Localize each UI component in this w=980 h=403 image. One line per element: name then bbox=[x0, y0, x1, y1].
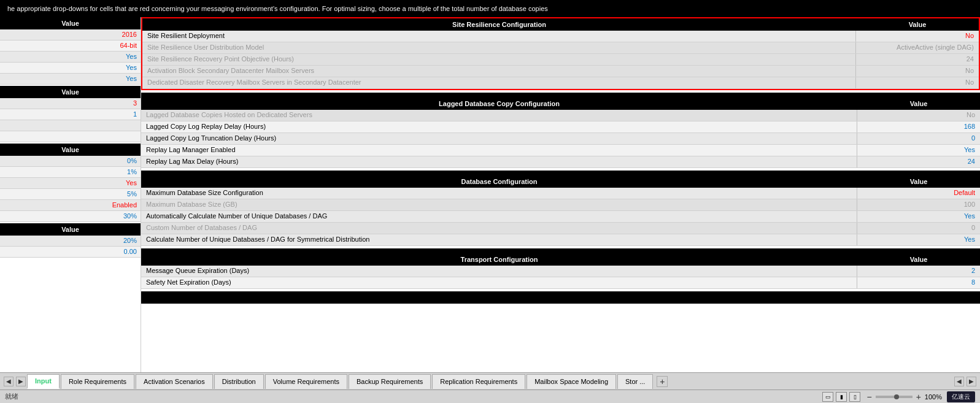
gap-3 bbox=[141, 248, 980, 253]
gap-4 bbox=[141, 291, 980, 304]
lagged-db-header-value: Value bbox=[857, 98, 980, 110]
left-val-3-6: 30% bbox=[104, 211, 141, 221]
main-container: he appropriate drop-downs for cells that… bbox=[0, 0, 980, 403]
tab-bar: ◀ ▶ Input Role Requirements Activation S… bbox=[0, 372, 980, 390]
right-panel: Site Resilience Configuration Value Site… bbox=[141, 17, 980, 372]
left-val-3-1: 0% bbox=[104, 156, 141, 166]
db-val-2: 100 bbox=[857, 199, 980, 210]
tab-replication-requirements[interactable]: Replication Requirements bbox=[432, 374, 525, 389]
view-icons: ▭ ▮ ▯ bbox=[822, 392, 860, 402]
db-row-4: Custom Number of Databases / DAG 0 bbox=[141, 223, 980, 234]
transport-header-value: Value bbox=[857, 253, 980, 266]
left-val-2-3 bbox=[104, 120, 141, 131]
left-row-1-3: Yes bbox=[0, 52, 141, 63]
lagged-db-section: Lagged Database Copy Configuration Value… bbox=[141, 98, 980, 168]
db-val-4: 0 bbox=[857, 223, 980, 234]
zoom-slider-thumb bbox=[894, 394, 899, 399]
db-row-5: Calculate Number of Unique Databases / D… bbox=[141, 234, 980, 246]
site-res-label-5: Dedicated Disaster Recovery Mailbox Serv… bbox=[142, 77, 856, 88]
db-row-2: Maximum Database Size (GB) 100 bbox=[141, 199, 980, 211]
view-icon-preview[interactable]: ▯ bbox=[849, 392, 860, 402]
site-resilience-section: Site Resilience Configuration Value Site… bbox=[141, 17, 980, 90]
lagged-row-3: Lagged Copy Log Truncation Delay (Hours)… bbox=[141, 133, 980, 145]
lagged-val-5: 24 bbox=[857, 156, 980, 167]
left-section-3-header: Value bbox=[0, 144, 141, 156]
transport-header-label: Transport Configuration bbox=[141, 253, 857, 266]
db-config-header: Database Configuration Value bbox=[141, 175, 980, 188]
gap-2 bbox=[141, 171, 980, 175]
transport-label-1: Message Queue Expiration (Days) bbox=[141, 266, 857, 277]
left-section-3: Value 0% 1% Yes 5% Enabled 30% bbox=[0, 144, 141, 222]
status-text: 就绪 bbox=[5, 392, 18, 401]
lagged-val-2: 168 bbox=[857, 121, 980, 132]
zoom-level: 100% bbox=[925, 393, 942, 401]
tab-role-requirements[interactable]: Role Requirements bbox=[61, 374, 134, 389]
db-val-1: Default bbox=[857, 188, 980, 199]
zoom-in-button[interactable]: + bbox=[915, 392, 922, 402]
left-row-1-4: Yes bbox=[0, 63, 141, 74]
tab-input[interactable]: Input bbox=[27, 374, 60, 389]
tab-activation-scenarios[interactable]: Activation Scenarios bbox=[136, 374, 213, 389]
site-res-label-2: Site Resilience User Distribution Model bbox=[142, 42, 856, 53]
tab-mailbox-space-modeling[interactable]: Mailbox Space Modeling bbox=[527, 374, 616, 389]
db-config-header-label: Database Configuration bbox=[141, 175, 857, 188]
app-logo: 亿速云 bbox=[947, 391, 975, 402]
view-icon-normal[interactable]: ▭ bbox=[822, 392, 833, 402]
left-section-2: Value 3 1 bbox=[0, 86, 141, 142]
transport-val-2: 8 bbox=[857, 277, 980, 288]
lagged-label-1: Lagged Database Copies Hosted on Dedicat… bbox=[141, 110, 857, 121]
tab-scroll-right[interactable]: ▶ bbox=[966, 377, 976, 386]
site-res-val-4: No bbox=[856, 66, 979, 77]
left-val-1-5: Yes bbox=[104, 74, 141, 84]
lagged-val-3: 0 bbox=[857, 133, 980, 144]
left-row-3-4: 5% bbox=[0, 189, 141, 200]
tab-nav-left[interactable]: ◀ bbox=[4, 377, 14, 386]
left-val-2-1: 3 bbox=[104, 98, 141, 109]
lagged-db-header: Lagged Database Copy Configuration Value bbox=[141, 98, 980, 110]
db-config-header-value: Value bbox=[857, 175, 980, 188]
view-icon-page[interactable]: ▮ bbox=[836, 392, 847, 402]
tab-stor[interactable]: Stor ... bbox=[617, 374, 653, 389]
tab-right-nav: ◀ ▶ bbox=[953, 377, 978, 386]
content-area: Value 2016 64-bit Yes Yes Yes bbox=[0, 17, 980, 372]
tab-distribution[interactable]: Distribution bbox=[214, 374, 264, 389]
db-label-4: Custom Number of Databases / DAG bbox=[141, 223, 857, 234]
db-label-1: Maximum Database Size Configuration bbox=[141, 188, 857, 199]
left-row-4-1: 20% bbox=[0, 236, 141, 247]
db-config-section: Database Configuration Value Maximum Dat… bbox=[141, 175, 980, 246]
db-label-5: Calculate Number of Unique Databases / D… bbox=[141, 234, 857, 245]
zoom-out-button[interactable]: − bbox=[865, 392, 873, 402]
left-section-2-header: Value bbox=[0, 86, 141, 98]
tab-scroll-left[interactable]: ◀ bbox=[954, 377, 964, 386]
left-section-4-header: Value bbox=[0, 223, 141, 236]
left-val-4-2: 0.00 bbox=[104, 247, 141, 257]
lagged-label-2: Lagged Copy Log Replay Delay (Hours) bbox=[141, 121, 857, 132]
left-section-4: Value 20% 0.00 bbox=[0, 223, 141, 258]
site-res-label-3: Site Resilience Recovery Point Objective… bbox=[142, 54, 856, 65]
site-res-row-1: Site Resilient Deployment No bbox=[142, 31, 979, 42]
db-label-2: Maximum Database Size (GB) bbox=[141, 199, 857, 210]
site-res-val-3: 24 bbox=[856, 54, 979, 65]
tab-backup-requirements[interactable]: Backup Requirements bbox=[349, 374, 431, 389]
site-res-row-5: Dedicated Disaster Recovery Mailbox Serv… bbox=[142, 77, 979, 89]
site-res-val-5: No bbox=[856, 77, 979, 88]
transport-row-1: Message Queue Expiration (Days) 2 bbox=[141, 266, 980, 277]
left-row-3-3: Yes bbox=[0, 178, 141, 189]
db-val-3: Yes bbox=[857, 211, 980, 222]
lagged-row-5: Replay Lag Max Delay (Hours) 24 bbox=[141, 156, 980, 168]
lagged-val-1: No bbox=[857, 110, 980, 121]
left-val-1-1: 2016 bbox=[104, 29, 141, 40]
left-val-2-4 bbox=[104, 131, 141, 142]
left-section-1-header: Value bbox=[0, 17, 141, 29]
left-val-1-4: Yes bbox=[104, 63, 141, 73]
left-row-1-5: Yes bbox=[0, 74, 141, 85]
left-panel: Value 2016 64-bit Yes Yes Yes bbox=[0, 17, 141, 372]
site-res-row-3: Site Resilience Recovery Point Objective… bbox=[142, 54, 979, 66]
left-val-2-2: 1 bbox=[104, 109, 141, 120]
tab-volume-requirements[interactable]: Volume Requirements bbox=[265, 374, 347, 389]
zoom-slider[interactable] bbox=[876, 396, 912, 398]
left-row-2-2: 1 bbox=[0, 109, 141, 120]
left-section-1: Value 2016 64-bit Yes Yes Yes bbox=[0, 17, 141, 85]
tab-add-button[interactable]: + bbox=[657, 376, 668, 387]
tab-nav-right[interactable]: ▶ bbox=[16, 377, 26, 386]
